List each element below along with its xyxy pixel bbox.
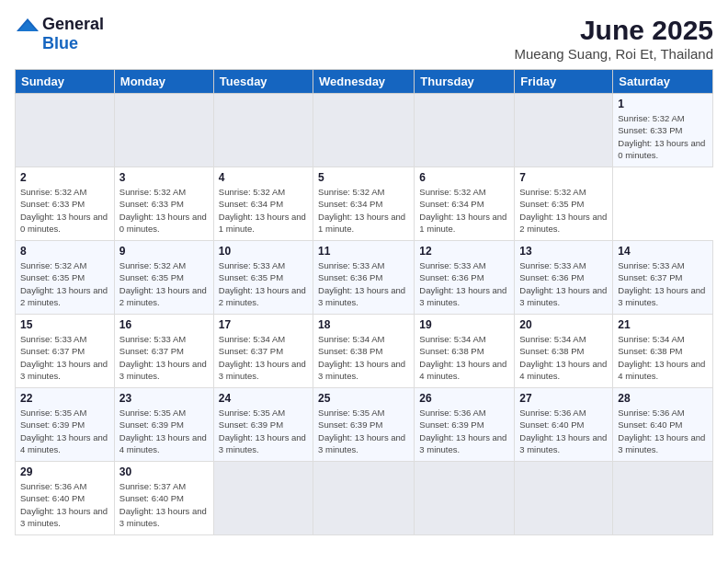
calendar-cell: 4Sunrise: 5:32 AMSunset: 6:34 PMDaylight… xyxy=(213,167,313,241)
day-info: Sunrise: 5:33 AMSunset: 6:36 PMDaylight:… xyxy=(519,259,608,308)
day-number: 9 xyxy=(119,245,209,258)
calendar-cell: 8Sunrise: 5:32 AMSunset: 6:35 PMDaylight… xyxy=(16,241,115,315)
calendar-cell: 17Sunrise: 5:34 AMSunset: 6:37 PMDayligh… xyxy=(213,315,313,388)
calendar-cell: 29Sunrise: 5:36 AMSunset: 6:40 PMDayligh… xyxy=(16,462,115,535)
logo: General Blue xyxy=(15,15,104,53)
day-info: Sunrise: 5:33 AMSunset: 6:37 PMDaylight:… xyxy=(618,259,708,308)
day-number: 17 xyxy=(219,318,308,331)
calendar-cell: 12Sunrise: 5:33 AMSunset: 6:36 PMDayligh… xyxy=(415,241,515,315)
day-number: 12 xyxy=(419,245,509,258)
title-area: June 2025 Mueang Suang, Roi Et, Thailand xyxy=(514,15,713,62)
calendar-cell: 28Sunrise: 5:36 AMSunset: 6:40 PMDayligh… xyxy=(613,388,713,462)
calendar-cell: 1Sunrise: 5:32 AMSunset: 6:33 PMDaylight… xyxy=(613,94,713,167)
day-number: 28 xyxy=(618,392,708,405)
logo-general: General xyxy=(42,15,104,34)
calendar-cell: 25Sunrise: 5:35 AMSunset: 6:39 PMDayligh… xyxy=(313,388,415,462)
day-number: 23 xyxy=(119,392,209,405)
day-number: 26 xyxy=(419,392,509,405)
day-number: 13 xyxy=(519,245,608,258)
calendar-cell: 15Sunrise: 5:33 AMSunset: 6:37 PMDayligh… xyxy=(16,315,115,388)
weekday-header-saturday: Saturday xyxy=(613,70,713,94)
day-info: Sunrise: 5:34 AMSunset: 6:38 PMDaylight:… xyxy=(419,333,509,382)
calendar-cell: 19Sunrise: 5:34 AMSunset: 6:38 PMDayligh… xyxy=(415,315,515,388)
day-number: 29 xyxy=(20,465,109,478)
day-info: Sunrise: 5:34 AMSunset: 6:38 PMDaylight:… xyxy=(318,333,409,382)
calendar-cell: 14Sunrise: 5:33 AMSunset: 6:37 PMDayligh… xyxy=(613,241,713,315)
calendar-week-2: 2Sunrise: 5:32 AMSunset: 6:33 PMDaylight… xyxy=(16,167,713,241)
day-info: Sunrise: 5:32 AMSunset: 6:33 PMDaylight:… xyxy=(20,186,109,235)
day-number: 8 xyxy=(20,245,109,258)
calendar-cell: 24Sunrise: 5:35 AMSunset: 6:39 PMDayligh… xyxy=(213,388,313,462)
calendar-week-6: 29Sunrise: 5:36 AMSunset: 6:40 PMDayligh… xyxy=(16,462,713,535)
calendar-cell: 20Sunrise: 5:34 AMSunset: 6:38 PMDayligh… xyxy=(515,315,613,388)
day-info: Sunrise: 5:34 AMSunset: 6:38 PMDaylight:… xyxy=(519,333,608,382)
logo-blue: Blue xyxy=(42,34,78,53)
calendar-cell xyxy=(313,94,415,167)
day-number: 4 xyxy=(219,171,308,184)
calendar-cell: 27Sunrise: 5:36 AMSunset: 6:40 PMDayligh… xyxy=(515,388,613,462)
day-number: 5 xyxy=(318,171,409,184)
calendar-cell xyxy=(613,462,713,535)
day-number: 24 xyxy=(219,392,308,405)
calendar-subtitle: Mueang Suang, Roi Et, Thailand xyxy=(514,46,713,62)
weekday-header-sunday: Sunday xyxy=(16,70,115,94)
calendar-week-4: 15Sunrise: 5:33 AMSunset: 6:37 PMDayligh… xyxy=(16,315,713,388)
day-number: 20 xyxy=(519,318,608,331)
logo-icon xyxy=(15,17,40,33)
calendar-cell xyxy=(114,94,213,167)
day-info: Sunrise: 5:35 AMSunset: 6:39 PMDaylight:… xyxy=(219,407,308,455)
day-number: 10 xyxy=(219,245,308,258)
day-info: Sunrise: 5:32 AMSunset: 6:34 PMDaylight:… xyxy=(318,186,409,235)
day-info: Sunrise: 5:33 AMSunset: 6:37 PMDaylight:… xyxy=(20,333,109,382)
day-info: Sunrise: 5:35 AMSunset: 6:39 PMDaylight:… xyxy=(119,407,209,455)
calendar-cell: 2Sunrise: 5:32 AMSunset: 6:33 PMDaylight… xyxy=(16,167,115,241)
calendar-cell: 10Sunrise: 5:33 AMSunset: 6:35 PMDayligh… xyxy=(213,241,313,315)
page-header: General Blue June 2025 Mueang Suang, Roi… xyxy=(15,15,713,62)
day-info: Sunrise: 5:36 AMSunset: 6:39 PMDaylight:… xyxy=(419,407,509,455)
day-number: 15 xyxy=(20,318,109,331)
calendar-body: 1Sunrise: 5:32 AMSunset: 6:33 PMDaylight… xyxy=(16,94,713,535)
day-number: 30 xyxy=(119,465,209,478)
day-info: Sunrise: 5:32 AMSunset: 6:34 PMDaylight:… xyxy=(219,186,308,235)
day-info: Sunrise: 5:32 AMSunset: 6:35 PMDaylight:… xyxy=(20,259,109,308)
day-info: Sunrise: 5:32 AMSunset: 6:33 PMDaylight:… xyxy=(618,112,708,161)
weekday-header-monday: Monday xyxy=(114,70,213,94)
calendar-week-5: 22Sunrise: 5:35 AMSunset: 6:39 PMDayligh… xyxy=(16,388,713,462)
day-number: 22 xyxy=(20,392,109,405)
calendar-cell xyxy=(415,94,515,167)
day-info: Sunrise: 5:32 AMSunset: 6:34 PMDaylight:… xyxy=(419,186,509,235)
calendar-cell: 23Sunrise: 5:35 AMSunset: 6:39 PMDayligh… xyxy=(114,388,213,462)
day-info: Sunrise: 5:34 AMSunset: 6:37 PMDaylight:… xyxy=(219,333,308,382)
calendar-week-3: 8Sunrise: 5:32 AMSunset: 6:35 PMDaylight… xyxy=(16,241,713,315)
calendar-week-1: 1Sunrise: 5:32 AMSunset: 6:33 PMDaylight… xyxy=(16,94,713,167)
calendar-cell xyxy=(515,94,613,167)
calendar-cell: 21Sunrise: 5:34 AMSunset: 6:38 PMDayligh… xyxy=(613,315,713,388)
weekday-header-thursday: Thursday xyxy=(415,70,515,94)
day-number: 21 xyxy=(618,318,708,331)
calendar-cell: 5Sunrise: 5:32 AMSunset: 6:34 PMDaylight… xyxy=(313,167,415,241)
calendar-cell: 7Sunrise: 5:32 AMSunset: 6:35 PMDaylight… xyxy=(515,167,613,241)
day-number: 25 xyxy=(318,392,409,405)
weekday-header-wednesday: Wednesday xyxy=(313,70,415,94)
calendar-cell xyxy=(213,94,313,167)
day-number: 14 xyxy=(618,245,708,258)
day-number: 16 xyxy=(119,318,209,331)
day-info: Sunrise: 5:34 AMSunset: 6:38 PMDaylight:… xyxy=(618,333,708,382)
calendar-cell: 16Sunrise: 5:33 AMSunset: 6:37 PMDayligh… xyxy=(114,315,213,388)
day-number: 3 xyxy=(119,171,209,184)
calendar-cell xyxy=(415,462,515,535)
day-info: Sunrise: 5:33 AMSunset: 6:35 PMDaylight:… xyxy=(219,259,308,308)
calendar-title: June 2025 xyxy=(514,15,713,46)
day-number: 6 xyxy=(419,171,509,184)
calendar-table: SundayMondayTuesdayWednesdayThursdayFrid… xyxy=(15,69,713,535)
calendar-cell: 9Sunrise: 5:32 AMSunset: 6:35 PMDaylight… xyxy=(114,241,213,315)
calendar-header-row: SundayMondayTuesdayWednesdayThursdayFrid… xyxy=(16,70,713,94)
weekday-header-tuesday: Tuesday xyxy=(213,70,313,94)
weekday-header-friday: Friday xyxy=(515,70,613,94)
day-info: Sunrise: 5:35 AMSunset: 6:39 PMDaylight:… xyxy=(20,407,109,455)
day-info: Sunrise: 5:37 AMSunset: 6:40 PMDaylight:… xyxy=(119,480,209,529)
calendar-cell: 26Sunrise: 5:36 AMSunset: 6:39 PMDayligh… xyxy=(415,388,515,462)
day-number: 11 xyxy=(318,245,409,258)
calendar-cell: 22Sunrise: 5:35 AMSunset: 6:39 PMDayligh… xyxy=(16,388,115,462)
calendar-cell: 11Sunrise: 5:33 AMSunset: 6:36 PMDayligh… xyxy=(313,241,415,315)
